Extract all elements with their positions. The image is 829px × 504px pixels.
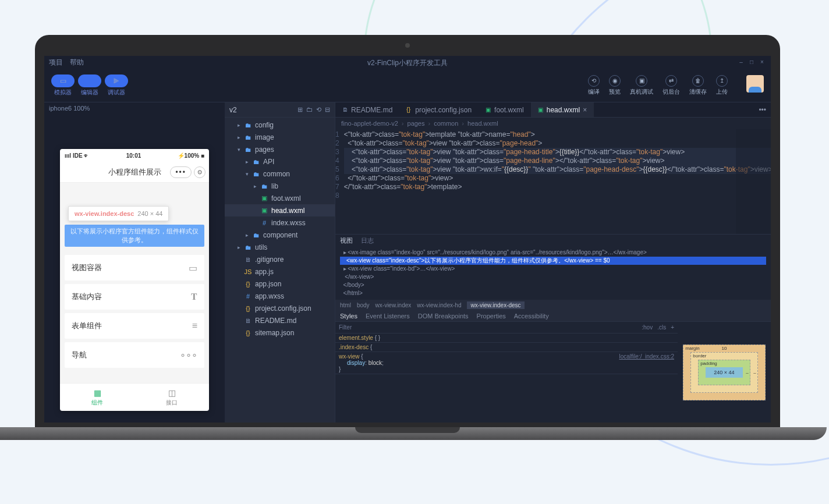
phone-navbar: 小程序组件展示 ••• ⊙ <box>60 162 209 183</box>
action-compile[interactable]: ⟲编译 <box>588 75 600 96</box>
tree-node[interactable]: 🗎 .gitignore <box>225 253 335 265</box>
devtools-panel: 视图日志 ▸ <wx-image class="index-logo" src=… <box>335 234 771 423</box>
tree-node[interactable]: 🗎 README.md <box>225 314 335 326</box>
dom-crumb-seg[interactable]: html <box>340 302 351 308</box>
action-clear-cache[interactable]: 🗑清缓存 <box>689 75 707 96</box>
menu-project[interactable]: 项目 <box>49 58 63 68</box>
window-minimize[interactable]: – <box>737 59 745 66</box>
highlighted-element[interactable]: 以下将展示小程序官方组件能力，组件样式仅供参考。 <box>65 225 204 247</box>
box-model: margin10 border– padding– 240 × 44 <box>678 322 771 423</box>
tree-node[interactable]: ▣ head.wxml <box>225 204 335 216</box>
tree-node[interactable]: ▾ 🖿 common <box>225 168 335 180</box>
styles-filter-btn[interactable]: + <box>671 324 674 331</box>
action-background[interactable]: ⇄切后台 <box>663 75 680 96</box>
action-upload[interactable]: ↥上传 <box>716 75 728 96</box>
devtools-sub-tab[interactable]: Styles <box>340 313 357 320</box>
new-file-icon[interactable]: ⊞ <box>297 106 303 113</box>
dom-crumb-seg[interactable]: wx-view.index-desc <box>467 301 524 309</box>
list-item[interactable]: 导航∘∘∘ <box>65 342 204 368</box>
tree-node[interactable]: {} sitemap.json <box>225 326 335 339</box>
devtools-sub-tab[interactable]: Properties <box>477 313 506 320</box>
status-carrier: ıııl IDE ᯤ <box>65 152 90 159</box>
ide-window: 项目 帮助 – □ × ▭ 模拟器 编辑器 ⫸ 调试器 ⟲编译 ◉预览 ▣真 <box>44 56 771 423</box>
menubar: 项目 帮助 – □ × <box>44 56 771 69</box>
devtools-sub-tab[interactable]: Event Listeners <box>366 313 410 320</box>
dom-tree[interactable]: ▸ <wx-image class="index-logo" src="../r… <box>335 246 771 300</box>
list-item[interactable]: 视图容器▭ <box>65 255 204 281</box>
user-avatar[interactable] <box>746 75 764 93</box>
list-item[interactable]: 基础内容𝐓 <box>65 284 204 310</box>
action-remote-debug[interactable]: ▣真机调试 <box>630 75 653 96</box>
tool-tab-0[interactable]: ▭ 模拟器 <box>51 74 75 97</box>
editor-panel: 🗎README.md {}project.config.json ▣foot.w… <box>335 102 771 423</box>
breadcrumb: fino-applet-demo-v2›pages›common›head.wx… <box>335 118 771 129</box>
tree-node[interactable]: ▸ 🖿 API <box>225 155 335 168</box>
tree-node[interactable]: ▸ 🖿 utils <box>225 241 335 253</box>
styles-filter[interactable]: Filter <box>339 324 352 331</box>
tree-node[interactable]: ▸ 🖿 component <box>225 229 335 241</box>
tab-component[interactable]: ▦组件 <box>60 384 134 411</box>
window-close[interactable]: × <box>758 59 766 66</box>
breadcrumb-seg[interactable]: fino-applet-demo-v2 <box>341 120 398 127</box>
simulator-panel: iphone6 100% ıııl IDE ᯤ 10:01 ⚡100% ■ 小程… <box>44 102 225 423</box>
tree-node[interactable]: # app.wxss <box>225 290 335 302</box>
editor-tab[interactable]: {}project.config.json <box>399 102 479 117</box>
phone-tabbar: ▦组件 ◫接口 <box>60 383 209 411</box>
devtools-sub-tab[interactable]: Accessibility <box>514 313 549 320</box>
dom-crumb-seg[interactable]: body <box>357 302 370 308</box>
tool-tab-2[interactable]: ⫸ 调试器 <box>105 74 128 97</box>
menu-help[interactable]: 帮助 <box>70 58 84 68</box>
laptop-base <box>0 427 827 440</box>
file-explorer: v2 ⊞ 🗀 ⟲ ⊟ ▸ 🖿 config ▸ 🖿 image ▾ 🖿 <box>225 102 335 423</box>
sim-zoom[interactable]: 100% <box>73 105 90 112</box>
nav-title: 小程序组件展示 <box>108 167 161 178</box>
new-folder-icon[interactable]: 🗀 <box>306 106 313 113</box>
element-tooltip: wx-view.index-desc240 × 44 <box>68 206 169 221</box>
window-maximize[interactable]: □ <box>747 59 756 66</box>
capsule-close[interactable]: ⊙ <box>194 166 206 178</box>
sim-device[interactable]: iphone6 <box>49 105 72 112</box>
css-rule[interactable]: .index-desc {</span> <div class="prop"><… <box>335 343 678 352</box>
editor-tab[interactable]: 🗎README.md <box>335 102 399 117</box>
tree-node[interactable]: ▸ 🖿 lib <box>225 180 335 192</box>
tree-node[interactable]: ▾ 🖿 pages <box>225 143 335 155</box>
tree-node[interactable]: {} app.json <box>225 278 335 290</box>
action-preview[interactable]: ◉预览 <box>609 75 621 96</box>
collapse-icon[interactable]: ⊟ <box>325 106 330 113</box>
css-rule[interactable]: element.style { } <box>335 333 678 343</box>
phone-statusbar: ıııl IDE ᯤ 10:01 ⚡100% ■ <box>60 149 209 162</box>
dom-crumb-seg[interactable]: wx-view.index-hd <box>417 302 461 308</box>
list-item[interactable]: 表单组件≡ <box>65 313 204 339</box>
status-time: 10:01 <box>90 152 177 159</box>
editor-tab[interactable]: ▣head.wxml× <box>531 102 594 117</box>
tree-node[interactable]: ▸ 🖿 config <box>225 119 335 131</box>
tree-node[interactable]: ▸ 🖿 image <box>225 131 335 143</box>
editor-tab[interactable]: ▣foot.wxml <box>479 102 531 117</box>
code-editor[interactable]: 12345678 <"tok-attr">class="tok-tag">tem… <box>335 129 771 234</box>
tree-node[interactable]: ▣ foot.wxml <box>225 192 335 204</box>
tabs-overflow[interactable]: ••• <box>754 102 771 117</box>
breadcrumb-seg[interactable]: pages <box>408 120 425 127</box>
tree-root-label[interactable]: v2 <box>229 106 237 114</box>
styles-filter-btn[interactable]: :hov <box>642 324 653 331</box>
refresh-icon[interactable]: ⟲ <box>316 106 321 113</box>
css-rule[interactable]: wx-view {localfile:/_index.css:2 display… <box>335 352 678 374</box>
devtools-top-tab[interactable]: 日志 <box>361 236 374 245</box>
minimap[interactable] <box>736 129 771 234</box>
tree-node[interactable]: # index.wxss <box>225 216 335 229</box>
phone-simulator: ıııl IDE ᯤ 10:01 ⚡100% ■ 小程序组件展示 ••• ⊙ <box>60 149 209 411</box>
breadcrumb-seg[interactable]: head.wxml <box>467 120 498 127</box>
capsule-menu[interactable]: ••• <box>170 166 192 178</box>
status-battery: ⚡100% ■ <box>178 152 204 159</box>
breadcrumb-seg[interactable]: common <box>434 120 458 127</box>
tool-tab-1[interactable]: 编辑器 <box>78 74 101 97</box>
devtools-top-tab[interactable]: 视图 <box>340 236 353 245</box>
devtools-sub-tab[interactable]: DOM Breakpoints <box>418 313 469 320</box>
styles-filter-btn[interactable]: .cls <box>657 324 666 331</box>
tree-node[interactable]: {} project.config.json <box>225 302 335 314</box>
tab-api[interactable]: ◫接口 <box>134 384 209 411</box>
dom-crumb-seg[interactable]: wx-view.index <box>375 302 412 308</box>
tree-node[interactable]: JS app.js <box>225 265 335 278</box>
dom-breadcrumb: htmlbodywx-view.indexwx-view.index-hdwx-… <box>335 300 771 310</box>
toolbar: ▭ 模拟器 编辑器 ⫸ 调试器 ⟲编译 ◉预览 ▣真机调试 ⇄切后台 🗑清缓存 … <box>44 69 771 102</box>
